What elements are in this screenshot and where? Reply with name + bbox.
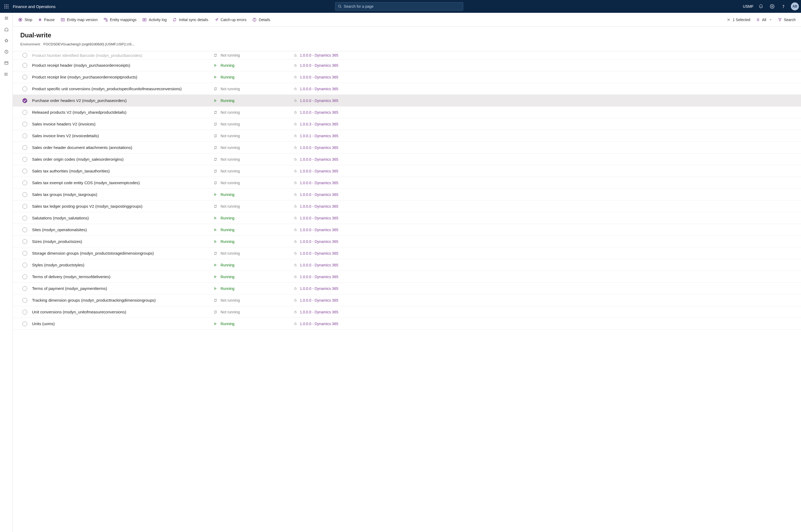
version-cell[interactable]: 1.0.0.0 - Dynamics 365 — [294, 310, 801, 314]
version-cell[interactable]: 1.0.0.0 - Dynamics 365 — [294, 298, 801, 302]
details-button[interactable]: Details — [252, 18, 270, 22]
table-row[interactable]: Sizes (msdyn_productsizes)Running1.0.0.0… — [13, 236, 801, 247]
version-cell[interactable]: 1.0.0.0 - Dynamics 365 — [294, 286, 801, 291]
row-select-checkbox[interactable] — [22, 263, 27, 267]
row-select-checkbox[interactable] — [22, 63, 27, 68]
version-cell[interactable]: 1.0.0.0 - Dynamics 365 — [294, 146, 801, 150]
version-cell[interactable]: 1.0.0.0 - Dynamics 365 — [294, 75, 801, 79]
version-cell[interactable]: 1.0.0.0 - Dynamics 365 — [294, 240, 801, 244]
row-select-checkbox[interactable] — [22, 180, 27, 185]
version-cell[interactable]: 1.0.0.0 - Dynamics 365 — [294, 98, 801, 103]
version-cell[interactable]: 1.0.0.0 - Dynamics 365 — [294, 63, 801, 68]
activity-log-button[interactable]: Activity log — [142, 18, 167, 22]
stop-button[interactable]: Stop — [18, 18, 32, 22]
table-row[interactable]: Product receipt line (msdyn_purchaseorde… — [13, 71, 801, 83]
table-row[interactable]: Unit conversions (msdyn_unitofmeasurecon… — [13, 306, 801, 318]
row-select-checkbox[interactable] — [22, 157, 27, 162]
version-cell[interactable]: 1.0.0.0 - Dynamics 365 — [294, 322, 801, 326]
table-row[interactable]: Terms of payment (msdyn_paymentterms)Run… — [13, 283, 801, 294]
row-select-checkbox[interactable] — [22, 227, 27, 232]
nav-modules-icon[interactable] — [2, 71, 11, 77]
version-cell[interactable]: 1.0.0.0 - Dynamics 365 — [294, 53, 801, 57]
table-row[interactable]: Product specific unit conversions (msdyn… — [13, 83, 801, 95]
row-select-checkbox[interactable] — [22, 98, 27, 103]
table-row[interactable]: Storage dimension groups (msdyn_products… — [13, 247, 801, 259]
selection-count[interactable]: 1 Selected — [727, 18, 750, 22]
row-select-checkbox[interactable] — [22, 133, 27, 138]
version-cell[interactable]: 1.0.0.0 - Dynamics 365 — [294, 204, 801, 208]
table-row[interactable]: Styles (msdyn_productstyles)Running1.0.0… — [13, 259, 801, 271]
row-select-checkbox[interactable] — [22, 298, 27, 303]
pause-button[interactable]: Pause — [38, 18, 55, 22]
version-cell[interactable]: 1.0.0.0 - Dynamics 365 — [294, 192, 801, 197]
version-cell[interactable]: 1.0.0.0 - Dynamics 365 — [294, 275, 801, 279]
table-row[interactable]: Sales tax ledger posting groups V2 (msdy… — [13, 201, 801, 212]
table-row[interactable]: Terms of delivery (msdyn_termsofdeliveri… — [13, 271, 801, 283]
filter-all-button[interactable]: All — [756, 18, 772, 22]
row-select-checkbox[interactable] — [22, 239, 27, 244]
row-select-checkbox[interactable] — [22, 53, 27, 58]
version-cell[interactable]: 1.0.0.1 - Dynamics 365 — [294, 134, 801, 138]
row-select-checkbox[interactable] — [22, 274, 27, 279]
table-row[interactable]: Tracking dimension groups (msdyn_product… — [13, 294, 801, 306]
global-search[interactable] — [335, 2, 463, 11]
version-cell[interactable]: 1.0.0.0 - Dynamics 365 — [294, 181, 801, 185]
table-row[interactable]: Sales tax authorities (msdyn_taxauthorit… — [13, 165, 801, 177]
table-row[interactable]: Salutations (msdyn_salutations)Running1.… — [13, 212, 801, 224]
table-row[interactable]: Purchase order headers V2 (msdyn_purchas… — [13, 95, 801, 107]
version-cell[interactable]: 1.0.0.0 - Dynamics 365 — [294, 157, 801, 162]
row-select-checkbox[interactable] — [22, 145, 27, 150]
row-select-checkbox[interactable] — [22, 110, 27, 115]
row-select-checkbox[interactable] — [22, 122, 27, 127]
nav-hamburger-icon[interactable] — [2, 15, 11, 21]
row-select-checkbox[interactable] — [22, 286, 27, 291]
notifications-icon[interactable] — [757, 3, 765, 10]
table-row[interactable]: Sales tax groups (msdyn_taxgroups)Runnin… — [13, 189, 801, 201]
entity-map-list[interactable]: Product Number Identified Barcode (msdyn… — [13, 51, 801, 532]
version-cell[interactable]: 1.0.0.0 - Dynamics 365 — [294, 110, 801, 115]
version-cell[interactable]: 1.0.0.0 - Dynamics 365 — [294, 87, 801, 91]
version-cell[interactable]: 1.0.0.0 - Dynamics 365 — [294, 251, 801, 255]
row-select-checkbox[interactable] — [22, 310, 27, 315]
nav-workspaces-icon[interactable] — [2, 60, 11, 66]
row-select-checkbox[interactable] — [22, 75, 27, 79]
clear-selection-icon[interactable] — [727, 18, 730, 22]
version-cell[interactable]: 1.0.0.3 - Dynamics 365 — [294, 122, 801, 126]
table-row[interactable]: Sales invoice headers V2 (invoices)Not r… — [13, 118, 801, 130]
table-row[interactable]: Sales order origin codes (msdyn_salesord… — [13, 153, 801, 165]
table-row[interactable]: Released products V2 (msdyn_sharedproduc… — [13, 107, 801, 118]
nav-favorites-icon[interactable] — [2, 37, 11, 44]
catchup-errors-button[interactable]: Catch-up errors — [214, 18, 246, 22]
app-launcher-icon[interactable] — [2, 2, 11, 11]
row-select-checkbox[interactable] — [22, 169, 27, 173]
table-row[interactable]: Sales tax exempt code entity CDS (msdyn_… — [13, 177, 801, 189]
table-row[interactable]: Units (uoms)Running1.0.0.0 - Dynamics 36… — [13, 318, 801, 330]
row-select-checkbox[interactable] — [22, 87, 27, 91]
help-icon[interactable] — [780, 3, 787, 10]
table-row[interactable]: Product receipt header (msdyn_purchaseor… — [13, 59, 801, 71]
settings-icon[interactable] — [768, 3, 776, 10]
table-row[interactable]: Sales order header document attachments … — [13, 142, 801, 153]
row-select-checkbox[interactable] — [22, 321, 27, 326]
status-cell: Running — [214, 240, 294, 244]
entity-map-version-button[interactable]: Entity map version — [61, 18, 98, 22]
initial-sync-button[interactable]: Initial sync details — [172, 18, 208, 22]
nav-recent-icon[interactable] — [2, 49, 11, 55]
row-select-checkbox[interactable] — [22, 251, 27, 256]
nav-home-icon[interactable] — [2, 26, 11, 33]
table-row[interactable]: Sales invoice lines V2 (invoicedetails)N… — [13, 130, 801, 142]
version-cell[interactable]: 1.0.0.0 - Dynamics 365 — [294, 263, 801, 267]
company-picker[interactable]: USMF — [743, 4, 754, 8]
row-select-checkbox[interactable] — [22, 216, 27, 221]
search-button[interactable]: Search — [778, 18, 796, 22]
row-select-checkbox[interactable] — [22, 192, 27, 197]
table-row[interactable]: Sites (msdyn_operationalsites)Running1.0… — [13, 224, 801, 236]
version-cell[interactable]: 1.0.0.0 - Dynamics 365 — [294, 228, 801, 232]
version-cell[interactable]: 1.0.0.0 - Dynamics 365 — [294, 169, 801, 173]
version-cell[interactable]: 1.0.0.0 - Dynamics 365 — [294, 216, 801, 220]
global-search-input[interactable] — [344, 4, 461, 8]
row-select-checkbox[interactable] — [22, 204, 27, 209]
user-avatar[interactable]: AD — [791, 2, 799, 11]
table-row[interactable]: Product Number Identified Barcode (msdyn… — [13, 51, 801, 59]
entity-mappings-button[interactable]: Entity mappings — [103, 18, 137, 22]
